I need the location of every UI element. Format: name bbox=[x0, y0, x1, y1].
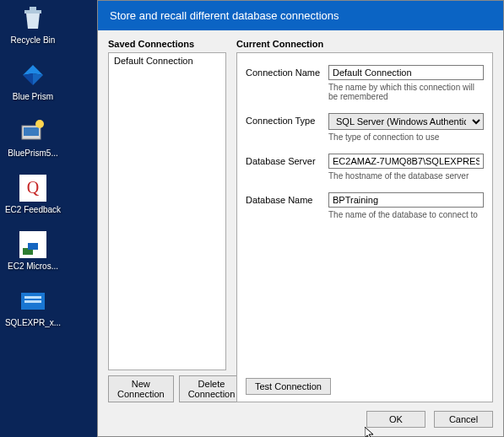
database-server-help: The hostname of the database server bbox=[328, 171, 484, 181]
connection-name-help: The name by which this connection will b… bbox=[328, 83, 484, 101]
svg-marker-2 bbox=[23, 73, 33, 85]
installer-icon bbox=[18, 116, 48, 147]
ok-button[interactable]: OK bbox=[366, 411, 425, 428]
new-connection-button[interactable]: New Connection bbox=[108, 375, 174, 402]
desktop-icon-recycle-bin[interactable]: Recycle Bin bbox=[3, 3, 62, 45]
desktop-icon-ec2-feedback[interactable]: Q EC2 Feedback bbox=[3, 173, 62, 214]
connection-type-help: The type of connection to use bbox=[328, 132, 484, 142]
desktop-icon-ec2-micros[interactable]: EC2 Micros... bbox=[3, 229, 62, 271]
svg-rect-5 bbox=[24, 127, 39, 136]
desktop-icon-blueprism5[interactable]: BluePrism5... bbox=[3, 116, 62, 158]
dialog-title: Store and recall different database conn… bbox=[98, 1, 503, 30]
connection-type-select[interactable]: SQL Server (Windows Authentication) bbox=[328, 113, 484, 130]
desktop-label: EC2 Micros... bbox=[8, 262, 58, 271]
connection-name-input[interactable] bbox=[328, 65, 484, 80]
desktop-icon-sqlexpr[interactable]: SQLEXPR_x... bbox=[3, 286, 62, 327]
desktop: Recycle Bin Blue Prism BluePrism5... Q E… bbox=[0, 0, 97, 437]
connection-type-label: Connection Type bbox=[246, 113, 328, 126]
recycle-bin-icon bbox=[18, 3, 48, 34]
desktop-label: Blue Prism bbox=[13, 92, 53, 101]
desktop-label: Recycle Bin bbox=[11, 35, 56, 45]
svg-rect-13 bbox=[24, 296, 41, 299]
saved-connections-header: Saved Connections bbox=[108, 39, 226, 49]
current-connection-panel: Current Connection Connection Name The n… bbox=[236, 39, 493, 402]
blue-prism-icon bbox=[18, 60, 48, 90]
database-server-input[interactable] bbox=[328, 154, 484, 169]
desktop-icon-blue-prism[interactable]: Blue Prism bbox=[3, 60, 62, 101]
dialog-body: Saved Connections Default Connection New… bbox=[98, 30, 503, 402]
svg-rect-0 bbox=[30, 7, 36, 10]
delete-connection-button[interactable]: Delete Connection bbox=[179, 375, 245, 402]
current-connection-header: Current Connection bbox=[236, 39, 493, 49]
connection-name-label: Connection Name bbox=[246, 65, 328, 78]
url-icon: Q bbox=[18, 173, 48, 203]
saved-connections-panel: Saved Connections Default Connection New… bbox=[108, 39, 226, 402]
test-connection-button[interactable]: Test Connection bbox=[246, 378, 331, 395]
desktop-label: EC2 Feedback bbox=[5, 205, 61, 214]
svg-rect-14 bbox=[24, 300, 41, 303]
svg-marker-3 bbox=[33, 73, 43, 85]
svg-rect-11 bbox=[28, 243, 38, 250]
database-name-input[interactable] bbox=[328, 192, 484, 208]
cancel-button[interactable]: Cancel bbox=[434, 411, 493, 428]
archive-icon bbox=[18, 286, 48, 316]
saved-connections-list[interactable]: Default Connection bbox=[108, 52, 226, 370]
svg-point-6 bbox=[35, 120, 44, 128]
desktop-label: SQLEXPR_x... bbox=[5, 318, 61, 327]
form-area: Connection Name The name by which this c… bbox=[236, 52, 493, 402]
dialog-button-bar: OK Cancel bbox=[98, 402, 503, 436]
svg-text:Q: Q bbox=[27, 178, 40, 197]
database-name-label: Database Name bbox=[246, 192, 328, 205]
list-item[interactable]: Default Connection bbox=[109, 53, 225, 68]
connection-dialog: Store and recall different database conn… bbox=[97, 0, 504, 437]
database-server-label: Database Server bbox=[246, 154, 328, 166]
database-name-help: The name of the database to connect to bbox=[328, 210, 484, 219]
url-icon bbox=[18, 229, 48, 260]
desktop-label: BluePrism5... bbox=[8, 148, 57, 158]
